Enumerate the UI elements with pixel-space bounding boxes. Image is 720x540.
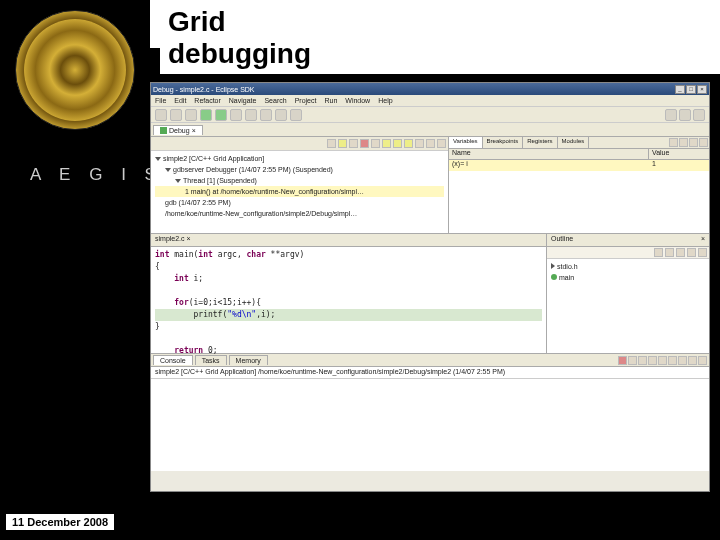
menu-run[interactable]: Run — [324, 97, 337, 104]
cpp-perspective-icon[interactable] — [693, 109, 705, 121]
editor-tab[interactable]: simple2.c × — [151, 234, 546, 247]
debug-toolbar — [151, 137, 448, 151]
tab-registers[interactable]: Registers — [523, 137, 557, 148]
menu-window[interactable]: Window — [345, 97, 370, 104]
console-clear-icon[interactable] — [638, 356, 647, 365]
console-display-icon[interactable] — [668, 356, 677, 365]
tab-debug-label: Debug — [169, 127, 190, 134]
step-into-icon[interactable] — [382, 139, 391, 148]
console-remove-icon[interactable] — [628, 356, 637, 365]
outline-toolbar — [547, 247, 709, 259]
tab-modules[interactable]: Modules — [558, 137, 590, 148]
console-pin-icon[interactable] — [658, 356, 667, 365]
code-line: int main(int argc, char **argv) — [155, 249, 542, 261]
console-status-line: simple2 [C/C++ Grid Application] /home/k… — [151, 367, 709, 379]
sort-icon[interactable] — [654, 248, 663, 257]
console-area: Console Tasks Memory simple2 [C/C++ Grid… — [151, 353, 709, 471]
new-icon[interactable] — [155, 109, 167, 121]
tab-console[interactable]: Console — [153, 355, 193, 365]
hide-fields-icon[interactable] — [665, 248, 674, 257]
print-icon[interactable] — [185, 109, 197, 121]
outline-include[interactable]: stdio.h — [551, 261, 705, 272]
console-terminate-icon[interactable] — [618, 356, 627, 365]
open-perspective-icon[interactable] — [665, 109, 677, 121]
close-button[interactable]: × — [697, 85, 707, 94]
tree-app[interactable]: simple2 [C/C++ Grid Application] — [155, 153, 444, 164]
menu-help[interactable]: Help — [378, 97, 392, 104]
source-code[interactable]: int main(int argc, char **argv) { int i;… — [151, 247, 546, 359]
main-toolbar — [151, 107, 709, 123]
tree-gdb-proc[interactable]: gdb (1/4/07 2:55 PM) — [155, 197, 444, 208]
vars-collapse-icon[interactable] — [669, 138, 678, 147]
menu-navigate[interactable]: Navigate — [229, 97, 257, 104]
vars-min-icon[interactable] — [689, 138, 698, 147]
emblem-logo — [15, 10, 135, 130]
suspend-icon[interactable] — [349, 139, 358, 148]
outline-menu-icon[interactable] — [698, 248, 707, 257]
save-icon[interactable] — [170, 109, 182, 121]
var-value: 1 — [649, 160, 709, 171]
menu-refactor[interactable]: Refactor — [194, 97, 220, 104]
tab-close-icon[interactable]: × — [192, 127, 196, 134]
console-scroll-icon[interactable] — [648, 356, 657, 365]
back-icon[interactable] — [275, 109, 287, 121]
hide-nonpublic-icon[interactable] — [687, 248, 696, 257]
console-max-icon[interactable] — [698, 356, 707, 365]
outline-tree[interactable]: stdio.h main — [547, 259, 709, 285]
instruction-step-icon[interactable] — [426, 139, 435, 148]
debug-tree[interactable]: simple2 [C/C++ Grid Application] gdbserv… — [151, 151, 448, 221]
tab-tasks[interactable]: Tasks — [195, 355, 227, 365]
debug-icon[interactable] — [200, 109, 212, 121]
code-line: for(i=0;i<15;i++){ — [155, 297, 542, 309]
slide-title: Grid debugging — [160, 6, 720, 74]
step-over-icon[interactable] — [393, 139, 402, 148]
step-return-icon[interactable] — [404, 139, 413, 148]
disconnect-icon[interactable] — [371, 139, 380, 148]
vars-menu-icon[interactable] — [679, 138, 688, 147]
run-icon[interactable] — [215, 109, 227, 121]
org-label: A E G I S — [30, 165, 163, 185]
drop-frame-icon[interactable] — [415, 139, 424, 148]
minimize-button[interactable]: _ — [675, 85, 685, 94]
var-row[interactable]: (x)= i 1 — [449, 160, 709, 171]
code-line: } — [155, 321, 542, 333]
forward-icon[interactable] — [290, 109, 302, 121]
col-value[interactable]: Value — [649, 149, 709, 159]
tree-binary[interactable]: /home/koe/runtime-New_configuration/simp… — [155, 208, 444, 219]
console-output[interactable] — [151, 379, 709, 471]
debug-perspective-icon[interactable] — [679, 109, 691, 121]
remove-terminated-icon[interactable] — [327, 139, 336, 148]
menu-search[interactable]: Search — [264, 97, 286, 104]
menu-edit[interactable]: Edit — [174, 97, 186, 104]
tree-thread[interactable]: Thread [1] (Suspended) — [155, 175, 444, 186]
maximize-button[interactable]: □ — [686, 85, 696, 94]
hide-static-icon[interactable] — [676, 248, 685, 257]
outline-function[interactable]: main — [551, 272, 705, 283]
search-icon[interactable] — [260, 109, 272, 121]
console-min-icon[interactable] — [688, 356, 697, 365]
debug-view: simple2 [C/C++ Grid Application] gdbserv… — [151, 137, 449, 233]
ext-tools-icon[interactable] — [230, 109, 242, 121]
vars-max-icon[interactable] — [699, 138, 708, 147]
code-line: int i; — [155, 273, 542, 285]
terminate-icon[interactable] — [360, 139, 369, 148]
bug-icon — [160, 127, 167, 134]
tree-gdb[interactable]: gdbserver Debugger (1/4/07 2:55 PM) (Sus… — [155, 164, 444, 175]
console-open-icon[interactable] — [678, 356, 687, 365]
resume-icon[interactable] — [338, 139, 347, 148]
tab-debug[interactable]: Debug × — [153, 125, 203, 135]
tab-breakpoints[interactable]: Breakpoints — [483, 137, 524, 148]
view-menu-icon[interactable] — [437, 139, 446, 148]
editor-filename: simple2.c — [155, 235, 185, 242]
menu-project[interactable]: Project — [295, 97, 317, 104]
debug-view-tabbar: Debug × — [151, 123, 709, 137]
tree-frame[interactable]: 1 main() at /home/koe/runtime-New_config… — [155, 186, 444, 197]
tab-variables[interactable]: Variables — [449, 137, 483, 148]
col-name[interactable]: Name — [449, 149, 649, 159]
open-type-icon[interactable] — [245, 109, 257, 121]
tab-memory[interactable]: Memory — [229, 355, 268, 365]
menu-file[interactable]: File — [155, 97, 166, 104]
outline-tab-label: Outline — [551, 235, 573, 245]
outline-tab[interactable]: Outline × — [547, 234, 709, 247]
titlebar: Debug - simple2.c - Eclipse SDK _ □ × — [151, 83, 709, 95]
